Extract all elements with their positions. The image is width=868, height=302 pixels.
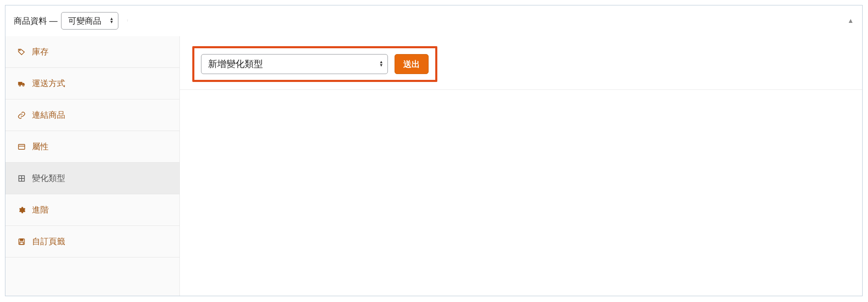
variation-action-selected: 新增變化類型 bbox=[208, 58, 263, 70]
truck-icon bbox=[17, 79, 26, 88]
product-tabs-sidebar: 庫存 運送方式 連結商品 屬性 bbox=[5, 36, 180, 296]
collapse-toggle-icon[interactable]: ▲ bbox=[847, 17, 854, 25]
tab-label: 變化類型 bbox=[32, 173, 65, 184]
panel-body: 庫存 運送方式 連結商品 屬性 bbox=[5, 36, 862, 296]
svg-point-1 bbox=[20, 50, 20, 50]
variations-content: 新增變化類型 ▲▼ 送出 bbox=[180, 36, 862, 296]
save-icon bbox=[17, 237, 26, 246]
tab-advanced[interactable]: 進階 bbox=[5, 194, 179, 226]
select-arrows-icon: ▲▼ bbox=[110, 17, 114, 24]
tab-label: 進階 bbox=[32, 204, 49, 215]
tab-label: 運送方式 bbox=[32, 78, 65, 89]
tab-inventory[interactable]: 庫存 bbox=[5, 36, 179, 68]
grid-icon bbox=[17, 174, 26, 183]
content-divider bbox=[180, 89, 862, 90]
tab-label: 連結商品 bbox=[32, 109, 65, 121]
tab-shipping[interactable]: 運送方式 bbox=[5, 68, 179, 99]
link-icon bbox=[17, 111, 26, 120]
tab-label: 庫存 bbox=[32, 46, 49, 57]
svg-rect-11 bbox=[20, 239, 23, 240]
product-type-selected: 可變商品 bbox=[68, 15, 101, 27]
tab-label: 自訂頁籤 bbox=[32, 236, 65, 247]
product-type-select[interactable]: 可變商品 ▲▼ bbox=[61, 12, 118, 30]
panel-title: 商品資料 — bbox=[14, 15, 58, 27]
add-variation-highlight: 新增變化類型 ▲▼ 送出 bbox=[192, 46, 437, 82]
tab-attributes[interactable]: 屬性 bbox=[5, 131, 179, 163]
panel-header: 商品資料 — 可變商品 ▲▼ ▲ bbox=[5, 5, 862, 36]
svg-point-3 bbox=[19, 84, 20, 86]
product-data-panel: 商品資料 — 可變商品 ▲▼ ▲ 庫存 運送方式 bbox=[5, 5, 863, 296]
select-arrows-icon: ▲▼ bbox=[379, 61, 383, 67]
svg-point-4 bbox=[23, 84, 24, 86]
svg-rect-12 bbox=[20, 242, 23, 244]
tab-variations[interactable]: 變化類型 bbox=[5, 163, 179, 194]
gear-icon bbox=[17, 205, 26, 215]
tab-linked-products[interactable]: 連結商品 bbox=[5, 99, 179, 131]
card-icon bbox=[17, 142, 26, 151]
tab-custom-tabs[interactable]: 自訂頁籤 bbox=[5, 226, 179, 257]
tag-icon bbox=[17, 47, 26, 57]
submit-button[interactable]: 送出 bbox=[395, 54, 429, 74]
tab-label: 屬性 bbox=[32, 141, 49, 152]
svg-rect-5 bbox=[19, 144, 25, 149]
variation-action-select[interactable]: 新增變化類型 ▲▼ bbox=[201, 54, 388, 74]
help-icon[interactable] bbox=[126, 17, 129, 25]
